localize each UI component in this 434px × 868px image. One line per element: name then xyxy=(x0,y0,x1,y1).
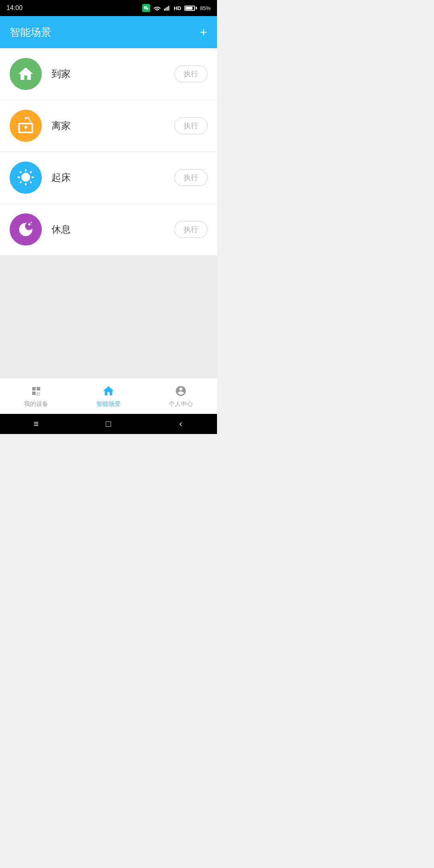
scene-icon-home xyxy=(10,58,42,90)
wifi-icon xyxy=(154,5,161,11)
system-nav-bar: ≡ □ ‹ xyxy=(0,414,217,434)
signal-icon xyxy=(164,5,170,11)
nav-label-profile: 个人中心 xyxy=(169,400,193,408)
app-header: 智能场景 + xyxy=(0,16,217,48)
scene-icon-leave xyxy=(10,110,42,142)
sys-back-button[interactable]: ‹ xyxy=(173,416,189,432)
scene-item-home[interactable]: 到家 执行 xyxy=(0,48,217,100)
empty-area xyxy=(0,255,217,378)
svg-rect-1 xyxy=(166,8,166,10)
scene-icon-wakeup xyxy=(10,162,42,194)
execute-button-rest[interactable]: 执行 xyxy=(174,221,207,238)
scene-item-rest[interactable]: 休息 执行 xyxy=(0,204,217,255)
scene-item-leave[interactable]: 离家 执行 xyxy=(0,100,217,152)
page-title: 智能场景 xyxy=(10,25,51,39)
status-icons: HD 85% xyxy=(142,4,211,12)
execute-button-wakeup[interactable]: 执行 xyxy=(174,169,207,186)
scene-label-leave: 离家 xyxy=(51,119,174,132)
nav-item-devices[interactable]: 我的设备 xyxy=(0,378,72,414)
scene-item-wakeup[interactable]: 起床 执行 xyxy=(0,152,217,204)
battery-percent: 85% xyxy=(200,5,211,11)
scene-label-home: 到家 xyxy=(51,68,174,80)
nav-item-scenes[interactable]: 智能场景 xyxy=(72,378,145,414)
scene-label-rest: 休息 xyxy=(51,223,174,236)
sys-menu-button[interactable]: ≡ xyxy=(28,416,44,432)
battery-icon xyxy=(184,6,197,11)
svg-point-4 xyxy=(28,223,31,225)
sys-home-button[interactable]: □ xyxy=(100,416,117,432)
svg-point-5 xyxy=(31,222,32,223)
scene-icon-rest xyxy=(10,213,42,246)
status-bar: 14:00 HD 85% xyxy=(0,0,217,16)
svg-rect-2 xyxy=(167,7,168,11)
svg-rect-3 xyxy=(168,6,169,10)
profile-icon xyxy=(174,384,188,398)
nav-label-devices: 我的设备 xyxy=(24,400,48,408)
nav-label-scenes: 智能场景 xyxy=(96,400,121,408)
bottom-nav: 我的设备 智能场景 个人中心 xyxy=(0,378,217,414)
wechat-icon xyxy=(142,4,150,12)
execute-button-home[interactable]: 执行 xyxy=(174,66,207,82)
network-type: HD xyxy=(174,5,181,11)
execute-button-leave[interactable]: 执行 xyxy=(174,117,207,134)
scene-list: 到家 执行 离家 执行 起床 执行 休息 执行 xyxy=(0,48,217,255)
status-time: 14:00 xyxy=(6,4,23,12)
nav-item-profile[interactable]: 个人中心 xyxy=(145,378,217,414)
add-scene-button[interactable]: + xyxy=(200,26,207,39)
scenes-icon xyxy=(102,384,115,398)
scene-label-wakeup: 起床 xyxy=(51,171,174,184)
svg-rect-0 xyxy=(164,9,165,11)
devices-icon xyxy=(29,384,43,398)
